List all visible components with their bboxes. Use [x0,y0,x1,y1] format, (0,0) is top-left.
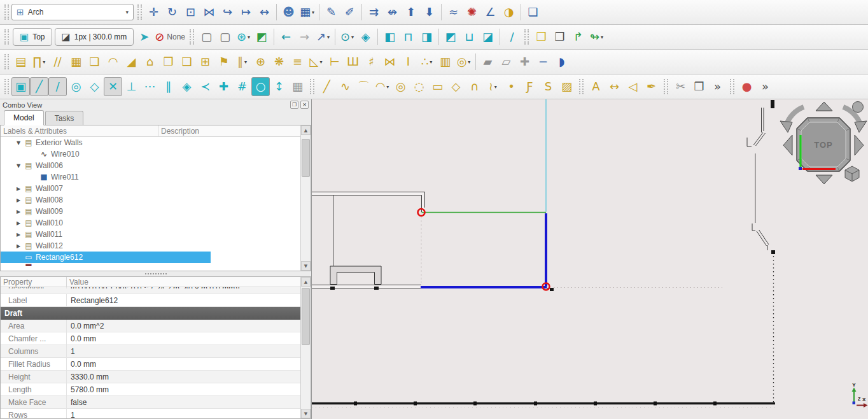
tree-scroll-track[interactable] [301,135,311,261]
arch-window[interactable]: ⊞ [196,52,214,71]
draft-join[interactable]: ⇉ [365,3,383,22]
tree-expander-icon[interactable]: ▶ [13,232,24,238]
snap-endpoint[interactable]: ╱ [30,77,48,96]
scroll-up-icon[interactable]: ▲ [301,125,311,135]
snap-intersection[interactable]: ✕ [104,77,122,96]
scroll-down-icon[interactable]: ▼ [301,409,311,418]
tree-expander-icon[interactable]: ▶ [13,220,24,226]
view-top[interactable]: ⊓ [399,27,417,46]
tree-item-partial[interactable]: ▬ [1,263,300,266]
tree-item-exterior-walls[interactable]: ▼ ▤ Exterior Walls [1,137,300,148]
draft-arc[interactable]: ⌒ [354,77,373,96]
tree-item-wall009[interactable]: ▶ ▤ Wall009 [1,206,300,217]
tree-scrollbar[interactable]: ▲ ▼ [300,125,311,271]
tree-expander-icon[interactable]: ▶ [13,209,24,215]
draft-apply-style[interactable]: ➤ [135,27,153,46]
tree-item-wall008[interactable]: ▶ ▤ Wall008 [1,194,300,206]
tree-item-wire010[interactable]: ∿ Wire010 [1,148,300,160]
view-left[interactable]: ◪ [479,27,497,46]
tree-item-wall007[interactable]: ▶ ▤ Wall007 [1,183,300,194]
nav-cube-top-label[interactable]: TOP [814,140,833,150]
tab-model[interactable]: Model [4,110,44,125]
arch-cut-plane[interactable]: ▰ [479,52,497,71]
property-row-rows[interactable]: Rows 1 [1,409,300,418]
property-scrollbar[interactable]: ▲ ▼ [300,277,311,418]
tree-expander-icon[interactable]: ▶ [13,243,24,249]
arch-pipe-tools[interactable]: ‖ ▾ [233,52,251,71]
box-element-selection[interactable]: ▢ [197,27,216,46]
draft-upgrade[interactable]: ⬆ [402,3,420,22]
arch-roof[interactable]: ◺ ▾ [307,52,325,71]
arch-building[interactable]: ⌂ [141,52,159,71]
toggle-selectability[interactable]: ⊛ ▾ [234,27,253,46]
draft-layer[interactable]: ❏ [524,3,542,22]
draft-mirror[interactable]: ⋈ [200,3,218,22]
draft-arc-tools[interactable]: ◠ ▾ [373,77,391,96]
nav-back[interactable]: ← [277,27,295,46]
arch-pipe[interactable]: ◎ ▾ [454,52,473,71]
draft-wire[interactable]: ∿ [336,77,354,96]
nav-forward[interactable]: → [295,27,314,46]
toolbar-overflow-right[interactable]: » [756,77,774,96]
toolbar-grip[interactable] [137,4,142,20]
zoom-tools[interactable]: ⊙ ▾ [338,27,356,46]
view-isometric[interactable]: ◈ [356,27,375,46]
draft-bspline[interactable]: ∩ [465,77,484,96]
snap-ortho[interactable]: ✚ [214,77,233,96]
draft-bezier[interactable]: ≀ ▾ [484,77,502,96]
draft-autogroup[interactable]: ⊘ None [153,27,186,46]
draft-slope[interactable]: ∠ [481,3,500,22]
tree-item-wall011[interactable]: ▶ ▤ Wall011 [1,229,300,240]
draft-polygon[interactable]: ◇ [447,77,465,96]
draft-ellipse[interactable]: ◌ [410,77,428,96]
arch-panel[interactable]: ◢ [122,52,141,71]
toolbar-grip[interactable] [4,79,9,94]
draft-scale[interactable]: ⊡ [181,3,200,22]
draft-line[interactable]: ╱ [318,77,336,96]
property-value[interactable]: 0.0 mm^2 [67,320,300,332]
tree-item-wall006[interactable]: ▼ ▤ Wall006 [1,160,300,171]
snap-midpoint[interactable]: ∕ [48,77,67,96]
scroll-up-icon[interactable]: ▲ [301,277,311,287]
toolbar-grip[interactable] [4,29,9,45]
toolbar-grip[interactable] [4,54,9,69]
property-row-height[interactable]: Height 3330.0 mm [1,371,300,383]
property-row-placement[interactable]: Placement [(0.00 0.00 1.00); 0.0 °; (-24… [1,287,300,294]
tree-item-wall010[interactable]: ▶ ▤ Wall010 [1,217,300,229]
arch-site[interactable]: ❑ [178,52,196,71]
draft-stretch[interactable]: ↔ [255,3,274,22]
property-scroll-track[interactable] [301,287,311,409]
arch-frame[interactable]: ⊢ [325,52,344,71]
tree-scroll-thumb[interactable] [302,139,310,177]
arch-stairs[interactable]: ≡ [288,52,307,71]
draft-facebinder[interactable]: Ƒ [521,77,539,96]
tree-expander-icon[interactable]: ▶ [13,197,24,203]
property-value[interactable]: 3330.0 mm [67,371,300,383]
grid-toggle[interactable]: ▦ [288,77,307,96]
tree-expander-icon[interactable]: ▼ [13,163,24,169]
nav-sphere-icon[interactable] [853,102,864,113]
line-width-button[interactable]: ◪ 1px | 300.0 mm [55,28,134,46]
arch-profile[interactable]: I [399,52,417,71]
snap-working-plane[interactable]: ○ [251,77,270,96]
edit-copy[interactable]: ❐ [690,77,708,96]
link-navigation[interactable]: ↗ ▾ [314,27,332,46]
draft-edit[interactable]: ✎ [322,3,340,22]
draft-trimex[interactable]: ↦ [237,3,255,22]
working-plane-top-button[interactable]: ▣ Top [13,28,52,46]
draft-shapestring[interactable]: S [539,77,557,96]
property-value[interactable]: 0.0 mm [67,358,300,370]
arch-curtain-wall[interactable]: ▦ [67,52,85,71]
property-header-name[interactable]: Property [1,277,67,287]
arch-survey[interactable]: ◗ [552,52,571,71]
draft-rotate[interactable]: ↻ [163,3,181,22]
snap-center[interactable]: ◎ [67,77,85,96]
draft-circle[interactable]: ◎ [391,77,410,96]
create-part[interactable]: ❒ [532,27,550,46]
snap-grid[interactable]: # [233,77,251,96]
draft-label[interactable]: ◁ [624,77,642,96]
draft-wire-to-bspline[interactable]: ≈ [444,3,463,22]
property-value[interactable]: [(0.00 0.00 1.00); 0.0 °; (-24.2 m -40.8… [67,287,300,288]
workbench-selector[interactable]: ⊞ Arch ▾ [11,4,134,20]
tree-item-wire011[interactable]: ■ Wire011 [1,171,300,183]
